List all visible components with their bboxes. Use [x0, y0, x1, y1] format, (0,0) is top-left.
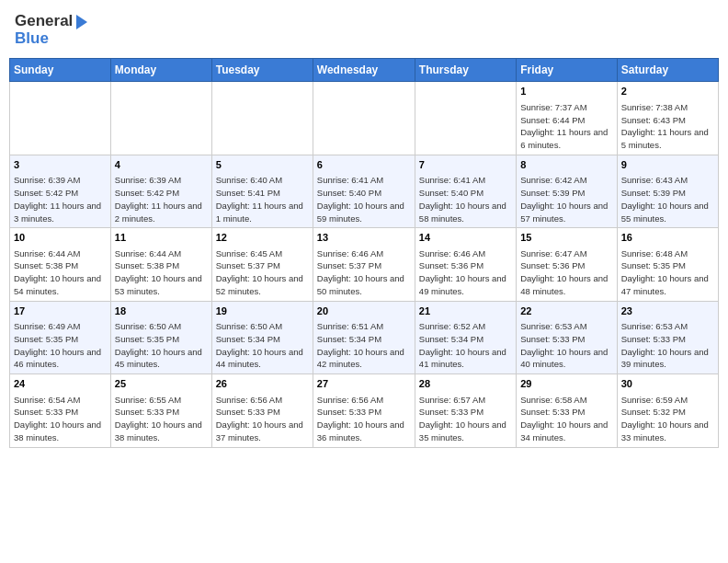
calendar-cell [415, 82, 516, 155]
day-number: 2 [621, 85, 714, 98]
day-info: Sunrise: 6:46 AM Sunset: 5:37 PM Dayligh… [317, 247, 411, 298]
calendar-cell [313, 82, 415, 155]
day-info: Sunrise: 6:57 AM Sunset: 5:33 PM Dayligh… [419, 394, 512, 444]
day-number: 20 [317, 304, 411, 318]
day-number: 10 [14, 231, 107, 245]
day-info: Sunrise: 6:40 AM Sunset: 5:41 PM Dayligh… [216, 174, 309, 224]
day-number: 14 [419, 231, 512, 245]
day-info: Sunrise: 6:41 AM Sunset: 5:40 PM Dayligh… [419, 174, 512, 224]
calendar-cell: 16Sunrise: 6:48 AM Sunset: 5:35 PM Dayli… [617, 228, 718, 301]
calendar-week-row: 1Sunrise: 7:37 AM Sunset: 6:44 PM Daylig… [10, 82, 719, 155]
day-number: 17 [14, 304, 107, 318]
day-number: 24 [14, 377, 107, 391]
day-number: 13 [317, 231, 411, 245]
day-info: Sunrise: 6:53 AM Sunset: 5:33 PM Dayligh… [621, 320, 714, 371]
day-info: Sunrise: 6:46 AM Sunset: 5:36 PM Dayligh… [419, 247, 512, 298]
calendar-header-row: SundayMondayTuesdayWednesdayThursdayFrid… [10, 59, 719, 82]
calendar-cell: 17Sunrise: 6:49 AM Sunset: 5:35 PM Dayli… [10, 301, 111, 373]
calendar-cell: 3Sunrise: 6:39 AM Sunset: 5:42 PM Daylig… [10, 155, 111, 227]
day-number: 16 [621, 231, 714, 245]
col-header-monday: Monday [110, 59, 211, 82]
day-info: Sunrise: 6:43 AM Sunset: 5:39 PM Dayligh… [621, 174, 714, 224]
col-header-wednesday: Wednesday [313, 59, 415, 82]
calendar-cell: 28Sunrise: 6:57 AM Sunset: 5:33 PM Dayli… [415, 374, 516, 447]
calendar-cell [211, 82, 313, 155]
logo-text: General Blue [15, 13, 87, 47]
calendar-cell: 4Sunrise: 6:39 AM Sunset: 5:42 PM Daylig… [110, 155, 211, 227]
calendar-cell: 29Sunrise: 6:58 AM Sunset: 5:33 PM Dayli… [517, 374, 617, 447]
day-number: 21 [419, 304, 512, 318]
header: General Blue [9, 9, 719, 51]
day-info: Sunrise: 6:56 AM Sunset: 5:33 PM Dayligh… [216, 394, 309, 444]
day-number: 29 [520, 377, 612, 391]
day-info: Sunrise: 6:52 AM Sunset: 5:34 PM Dayligh… [419, 320, 512, 371]
calendar-cell: 1Sunrise: 7:37 AM Sunset: 6:44 PM Daylig… [517, 82, 617, 155]
calendar-cell: 18Sunrise: 6:50 AM Sunset: 5:35 PM Dayli… [110, 301, 211, 373]
calendar-cell: 27Sunrise: 6:56 AM Sunset: 5:33 PM Dayli… [313, 374, 415, 447]
calendar-cell: 10Sunrise: 6:44 AM Sunset: 5:38 PM Dayli… [10, 228, 111, 301]
calendar-table: SundayMondayTuesdayWednesdayThursdayFrid… [9, 58, 719, 447]
calendar-cell: 14Sunrise: 6:46 AM Sunset: 5:36 PM Dayli… [415, 228, 516, 301]
day-info: Sunrise: 6:44 AM Sunset: 5:38 PM Dayligh… [115, 247, 208, 298]
day-number: 7 [419, 158, 512, 172]
calendar-cell: 7Sunrise: 6:41 AM Sunset: 5:40 PM Daylig… [415, 155, 516, 227]
day-info: Sunrise: 6:42 AM Sunset: 5:39 PM Dayligh… [520, 174, 612, 224]
col-header-thursday: Thursday [415, 59, 516, 82]
calendar-week-row: 24Sunrise: 6:54 AM Sunset: 5:33 PM Dayli… [10, 374, 719, 447]
day-info: Sunrise: 6:54 AM Sunset: 5:33 PM Dayligh… [14, 394, 107, 444]
day-number: 3 [14, 158, 107, 172]
day-info: Sunrise: 6:58 AM Sunset: 5:33 PM Dayligh… [520, 394, 612, 444]
col-header-saturday: Saturday [617, 59, 718, 82]
calendar-cell: 20Sunrise: 6:51 AM Sunset: 5:34 PM Dayli… [313, 301, 415, 373]
day-info: Sunrise: 7:38 AM Sunset: 6:43 PM Dayligh… [621, 101, 714, 152]
calendar-cell: 23Sunrise: 6:53 AM Sunset: 5:33 PM Dayli… [617, 301, 718, 373]
day-number: 1 [520, 85, 612, 98]
col-header-friday: Friday [517, 59, 617, 82]
col-header-tuesday: Tuesday [211, 59, 313, 82]
calendar-cell: 9Sunrise: 6:43 AM Sunset: 5:39 PM Daylig… [617, 155, 718, 227]
day-info: Sunrise: 6:45 AM Sunset: 5:37 PM Dayligh… [216, 247, 309, 298]
day-info: Sunrise: 6:48 AM Sunset: 5:35 PM Dayligh… [621, 247, 714, 298]
day-number: 28 [419, 377, 512, 391]
day-number: 4 [115, 158, 208, 172]
logo-container: General Blue [15, 13, 87, 47]
day-number: 8 [520, 158, 612, 172]
day-number: 6 [317, 158, 411, 172]
col-header-sunday: Sunday [10, 59, 111, 82]
day-number: 9 [621, 158, 714, 172]
day-info: Sunrise: 6:39 AM Sunset: 5:42 PM Dayligh… [14, 174, 107, 224]
day-info: Sunrise: 6:53 AM Sunset: 5:33 PM Dayligh… [520, 320, 612, 371]
day-info: Sunrise: 6:51 AM Sunset: 5:34 PM Dayligh… [317, 320, 411, 371]
day-number: 12 [216, 231, 309, 245]
day-number: 30 [621, 377, 714, 391]
calendar-cell: 5Sunrise: 6:40 AM Sunset: 5:41 PM Daylig… [211, 155, 313, 227]
calendar-cell: 8Sunrise: 6:42 AM Sunset: 5:39 PM Daylig… [517, 155, 617, 227]
calendar-cell: 21Sunrise: 6:52 AM Sunset: 5:34 PM Dayli… [415, 301, 516, 373]
day-info: Sunrise: 6:41 AM Sunset: 5:40 PM Dayligh… [317, 174, 411, 224]
calendar-cell: 2Sunrise: 7:38 AM Sunset: 6:43 PM Daylig… [617, 82, 718, 155]
calendar-week-row: 10Sunrise: 6:44 AM Sunset: 5:38 PM Dayli… [10, 228, 719, 301]
day-info: Sunrise: 6:50 AM Sunset: 5:35 PM Dayligh… [115, 320, 208, 371]
calendar-cell: 30Sunrise: 6:59 AM Sunset: 5:32 PM Dayli… [617, 374, 718, 447]
calendar-cell: 22Sunrise: 6:53 AM Sunset: 5:33 PM Dayli… [517, 301, 617, 373]
calendar-cell: 12Sunrise: 6:45 AM Sunset: 5:37 PM Dayli… [211, 228, 313, 301]
calendar-week-row: 17Sunrise: 6:49 AM Sunset: 5:35 PM Dayli… [10, 301, 719, 373]
calendar-cell: 13Sunrise: 6:46 AM Sunset: 5:37 PM Dayli… [313, 228, 415, 301]
day-number: 19 [216, 304, 309, 318]
logo: General Blue [15, 13, 87, 47]
day-number: 5 [216, 158, 309, 172]
calendar-week-row: 3Sunrise: 6:39 AM Sunset: 5:42 PM Daylig… [10, 155, 719, 227]
day-info: Sunrise: 6:55 AM Sunset: 5:33 PM Dayligh… [115, 394, 208, 444]
day-info: Sunrise: 6:49 AM Sunset: 5:35 PM Dayligh… [14, 320, 107, 371]
day-number: 25 [115, 377, 208, 391]
day-info: Sunrise: 6:56 AM Sunset: 5:33 PM Dayligh… [317, 394, 411, 444]
day-number: 22 [520, 304, 612, 318]
calendar-cell [10, 82, 111, 155]
calendar-cell: 19Sunrise: 6:50 AM Sunset: 5:34 PM Dayli… [211, 301, 313, 373]
day-info: Sunrise: 7:37 AM Sunset: 6:44 PM Dayligh… [520, 101, 612, 152]
calendar-cell: 15Sunrise: 6:47 AM Sunset: 5:36 PM Dayli… [517, 228, 617, 301]
logo-general: General [15, 13, 87, 30]
calendar-cell: 24Sunrise: 6:54 AM Sunset: 5:33 PM Dayli… [10, 374, 111, 447]
day-number: 11 [115, 231, 208, 245]
calendar-cell: 11Sunrise: 6:44 AM Sunset: 5:38 PM Dayli… [110, 228, 211, 301]
